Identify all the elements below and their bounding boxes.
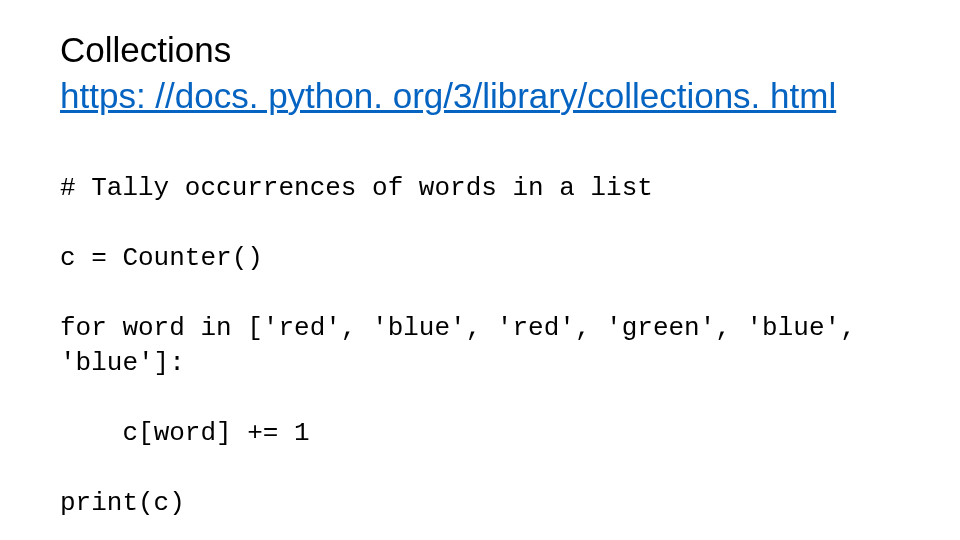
code-line: print(c): [60, 486, 900, 521]
code-line: for word in ['red', 'blue', 'red', 'gree…: [60, 311, 900, 381]
code-line: c = Counter(): [60, 241, 900, 276]
doc-link[interactable]: https: //docs. python. org/3/library/col…: [60, 74, 900, 118]
slide-title: Collections: [60, 28, 900, 72]
code-example: # Tally occurrences of words in a list c…: [60, 136, 900, 541]
code-line: c[word] += 1: [60, 416, 900, 451]
code-line: # Tally occurrences of words in a list: [60, 171, 900, 206]
